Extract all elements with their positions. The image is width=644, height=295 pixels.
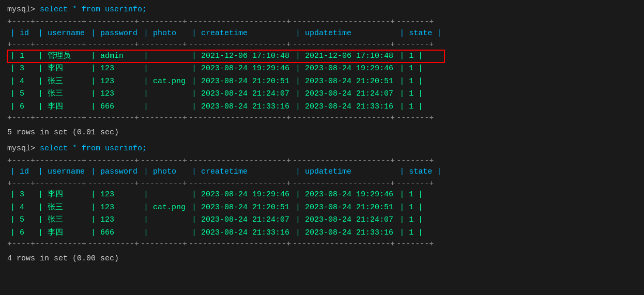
data-row-highlighted: | 1 | 管理员 | admin | | 2021-12-06 17:10:4…: [7, 50, 444, 63]
data-row: | 5 | 张三 | 123 | | 2023-08-24 21:24:07 |…: [7, 88, 444, 101]
result-info1: 5 rows in set (0.01 sec): [7, 128, 637, 137]
data-row2: | 6 | 李四 | 666 | | 2023-08-24 21:33:16 |…: [7, 227, 444, 240]
table1: +----+ ----------+ ----------+ ---------…: [7, 17, 444, 123]
sep-bottom2: +----+ ----------+ ----------+ ---------…: [7, 239, 444, 250]
table1-container: +----+ ----------+ ----------+ ---------…: [7, 17, 444, 123]
mysql-label2: mysql>: [7, 144, 40, 153]
data-row: | 3 | 李四 | 123 | | 2023-08-24 19:29:46 |…: [7, 63, 444, 75]
data-row2: | 3 | 李四 | 123 | | 2023-08-24 19:29:46 |…: [7, 189, 444, 201]
data-row: | 6 | 李四 | 666 | | 2023-08-24 21:33:16 |…: [7, 101, 444, 114]
header-row1: | id | username | password | photo | cre…: [7, 27, 444, 40]
prompt1: mysql> select * from userinfo;: [7, 5, 637, 14]
sep-header2: +----+ ----------+ ----------+ ---------…: [7, 179, 444, 189]
result-info2: 4 rows in set (0.00 sec): [7, 254, 637, 263]
terminal-block2: mysql> select * from userinfo; +----+ --…: [7, 144, 637, 263]
data-row2: | 5 | 张三 | 123 | | 2023-08-24 21:24:07 |…: [7, 214, 444, 227]
mysql-label: mysql>: [7, 5, 40, 14]
sep-header: +----+ ----------+ ----------+ ---------…: [7, 40, 444, 50]
prompt2: mysql> select * from userinfo;: [7, 144, 637, 153]
sep-top: +----+ ----------+ ----------+ ---------…: [7, 17, 444, 27]
query2-text: select * from userinfo;: [40, 144, 147, 153]
table2-container: +----+ ----------+ ----------+ ---------…: [7, 156, 444, 250]
data-row2: | 4 | 张三 | 123 | cat.png | 2023-08-24 21…: [7, 201, 444, 214]
data-row: | 4 | 张三 | 123 | cat.png | 2023-08-24 21…: [7, 75, 444, 88]
header-row2: | id | username | password | photo | cre…: [7, 166, 444, 179]
sep-top2: +----+ ----------+ ----------+ ---------…: [7, 156, 444, 166]
terminal-block1: mysql> select * from userinfo; +----+ --…: [7, 5, 637, 137]
query1-text: select * from userinfo;: [40, 5, 147, 14]
table2: +----+ ----------+ ----------+ ---------…: [7, 156, 444, 250]
sep-bottom: +----+ ----------+ ----------+ ---------…: [7, 113, 444, 123]
